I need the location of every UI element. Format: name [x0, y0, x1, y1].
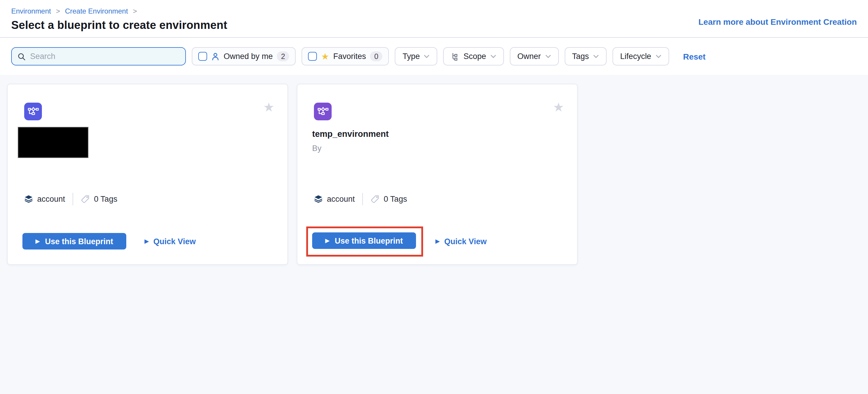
layers-icon — [24, 195, 33, 203]
play-icon: ▶ — [36, 238, 40, 244]
owner-dropdown[interactable]: Owner — [510, 47, 559, 65]
breadcrumb-separator: > — [133, 7, 137, 15]
tag-icon — [81, 195, 90, 203]
scope-label: account — [327, 195, 355, 203]
person-icon — [211, 52, 219, 61]
scope-dropdown-label: Scope — [464, 52, 486, 61]
owned-by-me-count: 2 — [277, 51, 289, 61]
tags-dropdown-label: Tags — [572, 52, 589, 61]
favorites-star-icon: ★ — [321, 52, 329, 61]
tags-count-label: 0 Tags — [384, 195, 407, 203]
highlight-annotation-box: ▶ Use this Blueprint — [306, 227, 423, 257]
use-blueprint-label: Use this Blueprint — [335, 236, 403, 245]
scope-tree-icon — [451, 52, 459, 61]
owned-by-me-filter[interactable]: Owned by me 2 — [192, 47, 296, 65]
quick-view-link[interactable]: ▶ Quick View — [145, 237, 196, 245]
favorites-count: 0 — [370, 51, 382, 61]
breadcrumb: Environment > Create Environment > — [11, 7, 857, 16]
search-icon — [18, 52, 25, 61]
use-blueprint-button[interactable]: ▶ Use this Blueprint — [312, 232, 416, 249]
breadcrumb-environment[interactable]: Environment — [11, 7, 51, 15]
chevron-down-icon — [490, 54, 496, 58]
favorite-star-icon[interactable]: ★ — [553, 101, 564, 113]
blueprint-icon — [24, 103, 42, 120]
tags-count-label: 0 Tags — [94, 195, 117, 203]
blueprint-card: ★ temp_environment By account 0 Ta — [297, 84, 578, 265]
card-actions: ▶ Use this Blueprint ▶ Quick View — [23, 233, 196, 250]
type-dropdown-label: Type — [402, 52, 420, 61]
scope-label: account — [37, 195, 65, 203]
layers-icon — [314, 195, 323, 203]
favorites-filter[interactable]: ★ Favorites 0 — [302, 47, 389, 65]
lifecycle-dropdown-label: Lifecycle — [620, 52, 651, 61]
learn-more-link[interactable]: Learn more about Environment Creation — [699, 17, 857, 27]
play-icon: ▶ — [326, 238, 330, 243]
tag-icon — [371, 195, 380, 203]
tags-dropdown[interactable]: Tags — [564, 47, 607, 65]
content-area: ★ account 0 Tags — [0, 75, 868, 394]
page: Environment > Create Environment > Selec… — [0, 0, 868, 394]
blueprint-icon — [314, 103, 332, 120]
quick-view-link[interactable]: ▶ Quick View — [435, 237, 487, 246]
filter-bar: Owned by me 2 ★ Favorites 0 Type Scope — [0, 38, 868, 75]
play-icon: ▶ — [145, 238, 149, 244]
chevron-down-icon — [424, 54, 430, 58]
chevron-down-icon — [593, 54, 599, 58]
divider — [363, 193, 363, 205]
blueprint-author: By — [312, 144, 321, 153]
owned-by-me-label: Owned by me — [224, 52, 273, 61]
chevron-down-icon — [545, 54, 551, 58]
favorites-checkbox[interactable] — [308, 52, 317, 61]
card-actions: ▶ Use this Blueprint ▶ Quick View — [306, 227, 487, 257]
reset-filters-button[interactable]: Reset — [683, 52, 706, 61]
use-blueprint-button[interactable]: ▶ Use this Blueprint — [23, 233, 126, 250]
scope-dropdown[interactable]: Scope — [443, 47, 504, 65]
owner-dropdown-label: Owner — [518, 52, 541, 61]
search-input[interactable] — [30, 52, 179, 61]
quick-view-label: Quick View — [153, 237, 196, 245]
page-header: Environment > Create Environment > Selec… — [0, 0, 868, 38]
lifecycle-dropdown[interactable]: Lifecycle — [613, 47, 669, 65]
divider — [73, 193, 73, 205]
blueprint-card: ★ account 0 Tags — [7, 84, 288, 265]
play-icon: ▶ — [435, 239, 440, 244]
favorite-star-icon[interactable]: ★ — [263, 101, 274, 113]
favorites-label: Favorites — [333, 52, 366, 61]
search-box[interactable] — [11, 47, 186, 65]
blueprint-name: temp_environment — [312, 129, 389, 139]
owned-by-me-checkbox[interactable] — [198, 52, 207, 61]
breadcrumb-separator: > — [56, 7, 60, 15]
card-meta: account 0 Tags — [24, 193, 117, 205]
type-dropdown[interactable]: Type — [395, 47, 438, 65]
breadcrumb-create-environment[interactable]: Create Environment — [65, 7, 128, 15]
blueprint-cards: ★ account 0 Tags — [7, 84, 861, 265]
use-blueprint-label: Use this Blueprint — [45, 237, 113, 245]
card-meta: account 0 Tags — [314, 193, 407, 205]
quick-view-label: Quick View — [444, 237, 487, 246]
chevron-down-icon — [655, 54, 661, 58]
redacted-blueprint-name — [18, 127, 89, 158]
